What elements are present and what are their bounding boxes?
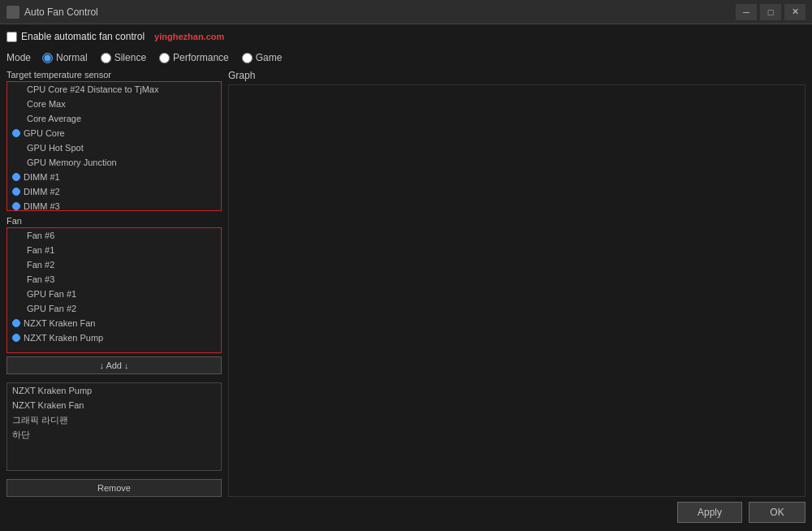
mode-silence-label: Silence	[114, 52, 146, 63]
maximize-button[interactable]: □	[760, 4, 781, 20]
fan-item-label: Fan #3	[27, 274, 54, 284]
add-button[interactable]: ↓ Add ↓	[6, 356, 222, 374]
fan-output-item[interactable]: NZXT Kraken Pump	[7, 383, 221, 398]
remove-button[interactable]: Remove	[6, 479, 222, 497]
fan-item-label: Fan #2	[27, 260, 54, 270]
sensor-item-label: DIMM #2	[24, 187, 60, 196]
main-content: Enable automatic fan control yinghezhan.…	[0, 24, 812, 531]
sensor-item-label: CPU Core #24 Distance to TjMax	[27, 84, 158, 94]
radio-dot-icon	[12, 334, 20, 342]
mode-normal[interactable]: Normal	[42, 52, 88, 63]
radio-dot-icon	[12, 188, 20, 196]
sensor-item[interactable]: GPU Memory Junction	[7, 155, 221, 170]
graph-area	[228, 84, 806, 497]
close-button[interactable]: ✕	[784, 4, 806, 20]
sensor-item-label: GPU Hot Spot	[27, 143, 84, 153]
fan-item-label: GPU Fan #2	[27, 304, 76, 313]
fan-item[interactable]: NZXT Kraken Fan	[7, 316, 221, 330]
title-bar: Auto Fan Control ─ □ ✕	[0, 0, 812, 24]
bottom-bar: Apply OK	[6, 497, 806, 525]
fan-item[interactable]: GPU Fan #1	[7, 287, 221, 301]
sensor-item-label: Core Average	[27, 114, 81, 123]
fan-output-list[interactable]: NZXT Kraken PumpNZXT Kraken Fan그래픽 라디팬하단	[6, 382, 222, 471]
fan-output-item[interactable]: NZXT Kraken Fan	[7, 398, 221, 412]
sensor-item[interactable]: DIMM #1	[7, 170, 221, 184]
fan-list[interactable]: Fan #6Fan #1Fan #2Fan #3GPU Fan #1GPU Fa…	[6, 227, 222, 353]
sensor-item-label: Core Max	[27, 99, 66, 109]
top-row: Enable automatic fan control yinghezhan.…	[6, 31, 806, 42]
sensor-item[interactable]: GPU Core	[7, 126, 221, 140]
fan-item[interactable]: Fan #6	[7, 228, 221, 243]
window-title: Auto Fan Control	[24, 6, 98, 18]
title-bar-controls: ─ □ ✕	[736, 4, 806, 20]
sensor-item-label: GPU Memory Junction	[27, 158, 117, 167]
fan-output-item[interactable]: 하단	[7, 427, 221, 442]
enable-label: Enable automatic fan control	[21, 31, 145, 42]
content-area: Target temperature sensor CPU Core #24 D…	[6, 70, 806, 497]
fan-item-label: Fan #6	[27, 231, 54, 240]
ok-button[interactable]: OK	[749, 502, 806, 523]
mode-normal-label: Normal	[56, 52, 88, 63]
sensor-item-label: GPU Core	[24, 128, 65, 138]
sensor-item[interactable]: GPU Hot Spot	[7, 140, 221, 155]
fan-item-label: GPU Fan #1	[27, 289, 76, 299]
radio-dot-icon	[12, 202, 20, 210]
sensor-item[interactable]: Core Average	[7, 111, 221, 126]
sensor-section-label: Target temperature sensor	[6, 70, 222, 80]
sensor-item[interactable]: DIMM #2	[7, 184, 221, 199]
mode-performance-label: Performance	[173, 52, 229, 63]
mode-label: Mode	[6, 52, 31, 63]
apply-button[interactable]: Apply	[677, 502, 742, 523]
left-panel: Target temperature sensor CPU Core #24 D…	[6, 70, 222, 497]
sensor-item[interactable]: CPU Core #24 Distance to TjMax	[7, 82, 221, 97]
fan-item[interactable]: Fan #2	[7, 257, 221, 272]
fan-item-label: NZXT Kraken Fan	[24, 318, 95, 328]
sensor-section: Target temperature sensor CPU Core #24 D…	[6, 70, 222, 211]
radio-dot-icon	[12, 319, 20, 327]
fan-section-label: Fan	[6, 216, 222, 226]
fan-output-item[interactable]: 그래픽 라디팬	[7, 412, 221, 427]
enable-checkbox[interactable]	[6, 32, 17, 42]
fan-item[interactable]: NZXT Kraken Pump	[7, 330, 221, 345]
sensor-item-label: DIMM #1	[24, 172, 60, 182]
mode-game[interactable]: Game	[242, 52, 283, 63]
fan-item-label: NZXT Kraken Pump	[24, 333, 103, 343]
app-icon	[6, 6, 19, 19]
fan-item[interactable]: GPU Fan #2	[7, 301, 221, 316]
mode-silence[interactable]: Silence	[101, 52, 146, 63]
graph-label: Graph	[228, 70, 806, 81]
sensor-item[interactable]: DIMM #3	[7, 199, 221, 211]
fan-item-label: Fan #1	[27, 245, 54, 255]
radio-dot-icon	[12, 129, 20, 137]
sensor-list[interactable]: CPU Core #24 Distance to TjMaxCore MaxCo…	[6, 81, 222, 211]
fan-item[interactable]: Fan #3	[7, 272, 221, 287]
right-panel: Graph	[228, 70, 806, 497]
fan-item[interactable]: Fan #1	[7, 243, 221, 257]
mode-radio-group: Normal Silence Performance Game	[42, 52, 282, 63]
radio-dot-icon	[12, 173, 20, 181]
mode-row: Mode Normal Silence Performance Game	[6, 49, 806, 67]
sensor-item[interactable]: Core Max	[7, 97, 221, 111]
title-bar-left: Auto Fan Control	[6, 6, 98, 19]
mode-performance[interactable]: Performance	[159, 52, 229, 63]
watermark-text: yinghezhan.com	[154, 32, 224, 41]
enable-checkbox-label[interactable]: Enable automatic fan control	[6, 31, 145, 42]
minimize-button[interactable]: ─	[736, 4, 757, 20]
fan-section: Fan Fan #6Fan #1Fan #2Fan #3GPU Fan #1GP…	[6, 216, 222, 374]
sensor-item-label: DIMM #3	[24, 201, 60, 211]
mode-game-label: Game	[256, 52, 283, 63]
